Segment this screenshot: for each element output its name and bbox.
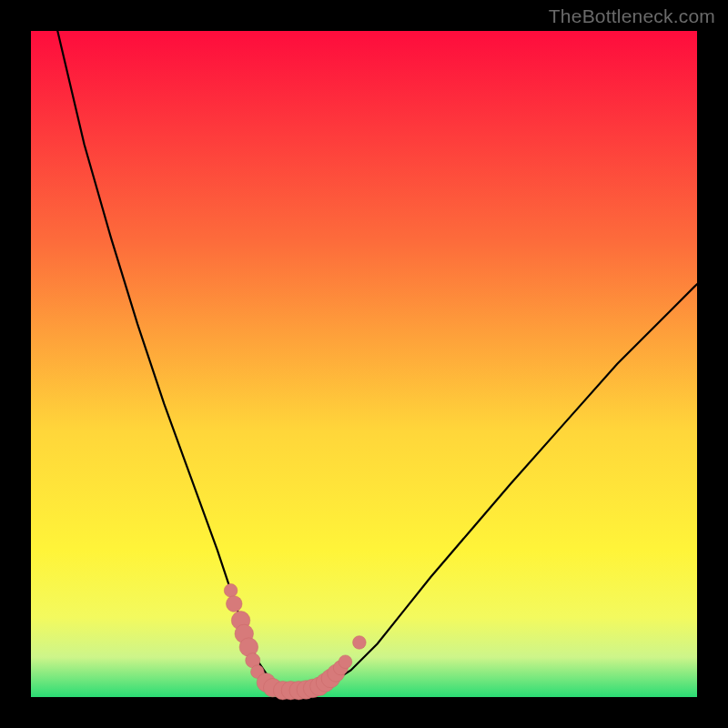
marker-dot [224,584,238,598]
marker-dot [226,596,242,612]
chart-stage: TheBottleneck.com [0,0,728,728]
marker-dot [339,655,352,669]
marker-dot [353,636,367,650]
bottleneck-chart [0,0,728,728]
plot-area [31,31,697,697]
watermark-label: TheBottleneck.com [549,5,715,27]
